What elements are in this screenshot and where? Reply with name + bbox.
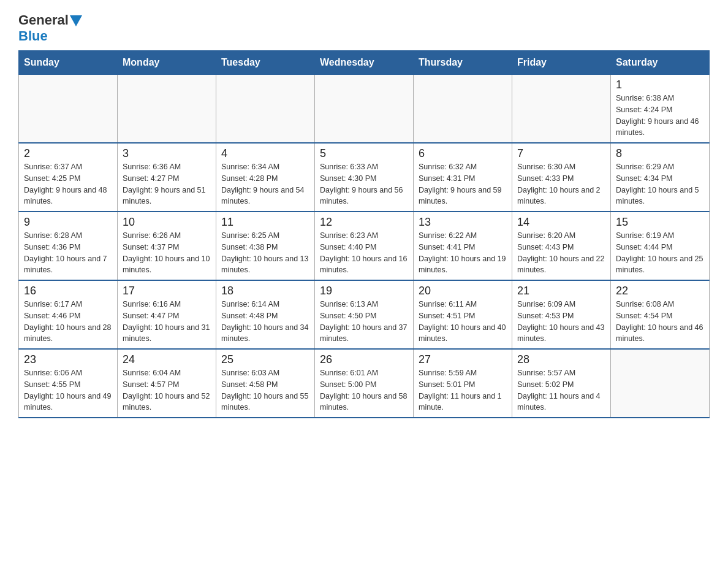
day-info: Sunrise: 6:23 AM Sunset: 4:40 PM Dayligh… (320, 230, 408, 276)
weekday-header-saturday: Saturday (611, 51, 710, 75)
day-number: 27 (419, 353, 507, 366)
calendar-cell: 3Sunrise: 6:36 AM Sunset: 4:27 PM Daylig… (118, 143, 216, 212)
day-number: 15 (616, 216, 704, 229)
day-info: Sunrise: 6:33 AM Sunset: 4:30 PM Dayligh… (320, 161, 408, 207)
day-info: Sunrise: 6:20 AM Sunset: 4:43 PM Dayligh… (517, 230, 605, 276)
weekday-header-wednesday: Wednesday (315, 51, 414, 75)
calendar-cell: 28Sunrise: 5:57 AM Sunset: 5:02 PM Dayli… (512, 349, 611, 418)
day-number: 17 (123, 285, 211, 297)
weekday-header-friday: Friday (512, 51, 611, 75)
day-info: Sunrise: 6:30 AM Sunset: 4:33 PM Dayligh… (517, 161, 605, 207)
weekday-header-thursday: Thursday (414, 51, 512, 75)
calendar-cell (19, 75, 118, 144)
calendar-cell: 2Sunrise: 6:37 AM Sunset: 4:25 PM Daylig… (19, 143, 118, 212)
calendar-cell: 17Sunrise: 6:16 AM Sunset: 4:47 PM Dayli… (118, 280, 216, 349)
day-number: 18 (221, 285, 309, 297)
calendar-cell: 24Sunrise: 6:04 AM Sunset: 4:57 PM Dayli… (118, 349, 216, 418)
calendar-cell: 15Sunrise: 6:19 AM Sunset: 4:44 PM Dayli… (611, 212, 710, 280)
day-number: 2 (24, 147, 112, 160)
day-info: Sunrise: 6:03 AM Sunset: 4:58 PM Dayligh… (221, 367, 309, 413)
day-number: 28 (517, 353, 605, 366)
day-number: 10 (123, 216, 211, 229)
day-info: Sunrise: 6:01 AM Sunset: 5:00 PM Dayligh… (320, 367, 408, 413)
calendar-cell: 10Sunrise: 6:26 AM Sunset: 4:37 PM Dayli… (118, 212, 216, 280)
day-info: Sunrise: 6:29 AM Sunset: 4:34 PM Dayligh… (616, 161, 704, 207)
day-number: 16 (24, 285, 112, 297)
day-info: Sunrise: 6:11 AM Sunset: 4:51 PM Dayligh… (419, 299, 507, 345)
calendar-cell: 21Sunrise: 6:09 AM Sunset: 4:53 PM Dayli… (512, 280, 611, 349)
calendar-cell: 14Sunrise: 6:20 AM Sunset: 4:43 PM Dayli… (512, 212, 611, 280)
day-info: Sunrise: 6:22 AM Sunset: 4:41 PM Dayligh… (419, 230, 507, 276)
calendar-table: SundayMondayTuesdayWednesdayThursdayFrid… (18, 50, 710, 418)
day-number: 9 (24, 216, 112, 229)
logo-general-text: General (18, 12, 69, 28)
day-number: 1 (616, 79, 704, 91)
day-info: Sunrise: 6:36 AM Sunset: 4:27 PM Dayligh… (123, 161, 211, 207)
day-number: 7 (517, 147, 605, 160)
day-number: 24 (123, 353, 211, 366)
calendar-week-row: 1Sunrise: 6:38 AM Sunset: 4:24 PM Daylig… (19, 75, 710, 144)
logo-blue-text: Blue (18, 28, 48, 44)
day-info: Sunrise: 5:57 AM Sunset: 5:02 PM Dayligh… (517, 367, 605, 413)
logo-text: General (18, 12, 82, 28)
calendar-cell: 20Sunrise: 6:11 AM Sunset: 4:51 PM Dayli… (414, 280, 512, 349)
calendar-cell: 4Sunrise: 6:34 AM Sunset: 4:28 PM Daylig… (216, 143, 315, 212)
calendar-cell: 11Sunrise: 6:25 AM Sunset: 4:38 PM Dayli… (216, 212, 315, 280)
calendar-cell (216, 75, 315, 144)
day-number: 6 (419, 147, 507, 160)
calendar-cell: 12Sunrise: 6:23 AM Sunset: 4:40 PM Dayli… (315, 212, 414, 280)
day-number: 12 (320, 216, 408, 229)
calendar-cell: 18Sunrise: 6:14 AM Sunset: 4:48 PM Dayli… (216, 280, 315, 349)
day-number: 5 (320, 147, 408, 160)
day-number: 11 (221, 216, 309, 229)
calendar-cell (512, 75, 611, 144)
calendar-cell: 16Sunrise: 6:17 AM Sunset: 4:46 PM Dayli… (19, 280, 118, 349)
day-number: 20 (419, 285, 507, 297)
day-number: 14 (517, 216, 605, 229)
calendar-cell: 27Sunrise: 5:59 AM Sunset: 5:01 PM Dayli… (414, 349, 512, 418)
calendar-cell: 5Sunrise: 6:33 AM Sunset: 4:30 PM Daylig… (315, 143, 414, 212)
calendar-cell: 22Sunrise: 6:08 AM Sunset: 4:54 PM Dayli… (611, 280, 710, 349)
calendar-cell: 25Sunrise: 6:03 AM Sunset: 4:58 PM Dayli… (216, 349, 315, 418)
day-info: Sunrise: 6:38 AM Sunset: 4:24 PM Dayligh… (616, 93, 704, 139)
day-info: Sunrise: 6:26 AM Sunset: 4:37 PM Dayligh… (123, 230, 211, 276)
day-info: Sunrise: 6:32 AM Sunset: 4:31 PM Dayligh… (419, 161, 507, 207)
calendar-cell: 19Sunrise: 6:13 AM Sunset: 4:50 PM Dayli… (315, 280, 414, 349)
day-number: 13 (419, 216, 507, 229)
calendar-cell: 26Sunrise: 6:01 AM Sunset: 5:00 PM Dayli… (315, 349, 414, 418)
day-number: 26 (320, 353, 408, 366)
day-number: 8 (616, 147, 704, 160)
day-info: Sunrise: 6:17 AM Sunset: 4:46 PM Dayligh… (24, 299, 112, 345)
calendar-cell (315, 75, 414, 144)
calendar-cell (611, 349, 710, 418)
calendar-week-row: 9Sunrise: 6:28 AM Sunset: 4:36 PM Daylig… (19, 212, 710, 280)
logo-triangle-icon (70, 15, 82, 26)
day-info: Sunrise: 6:13 AM Sunset: 4:50 PM Dayligh… (320, 299, 408, 345)
calendar-cell: 1Sunrise: 6:38 AM Sunset: 4:24 PM Daylig… (611, 75, 710, 144)
calendar-cell: 13Sunrise: 6:22 AM Sunset: 4:41 PM Dayli… (414, 212, 512, 280)
day-info: Sunrise: 6:09 AM Sunset: 4:53 PM Dayligh… (517, 299, 605, 345)
calendar-cell: 23Sunrise: 6:06 AM Sunset: 4:55 PM Dayli… (19, 349, 118, 418)
day-info: Sunrise: 6:06 AM Sunset: 4:55 PM Dayligh… (24, 367, 112, 413)
day-info: Sunrise: 6:19 AM Sunset: 4:44 PM Dayligh… (616, 230, 704, 276)
day-info: Sunrise: 6:14 AM Sunset: 4:48 PM Dayligh… (221, 299, 309, 345)
day-info: Sunrise: 6:28 AM Sunset: 4:36 PM Dayligh… (24, 230, 112, 276)
calendar-cell (118, 75, 216, 144)
calendar-cell: 9Sunrise: 6:28 AM Sunset: 4:36 PM Daylig… (19, 212, 118, 280)
weekday-header-row: SundayMondayTuesdayWednesdayThursdayFrid… (19, 51, 710, 75)
day-info: Sunrise: 6:08 AM Sunset: 4:54 PM Dayligh… (616, 299, 704, 345)
page-header: General Blue (18, 12, 710, 44)
weekday-header-monday: Monday (118, 51, 216, 75)
day-info: Sunrise: 6:34 AM Sunset: 4:28 PM Dayligh… (221, 161, 309, 207)
calendar-cell: 8Sunrise: 6:29 AM Sunset: 4:34 PM Daylig… (611, 143, 710, 212)
day-info: Sunrise: 5:59 AM Sunset: 5:01 PM Dayligh… (419, 367, 507, 413)
weekday-header-sunday: Sunday (19, 51, 118, 75)
day-number: 19 (320, 285, 408, 297)
day-number: 25 (221, 353, 309, 366)
day-number: 4 (221, 147, 309, 160)
day-number: 22 (616, 285, 704, 297)
weekday-header-tuesday: Tuesday (216, 51, 315, 75)
calendar-cell (414, 75, 512, 144)
logo: General Blue (18, 12, 82, 44)
calendar-cell: 6Sunrise: 6:32 AM Sunset: 4:31 PM Daylig… (414, 143, 512, 212)
